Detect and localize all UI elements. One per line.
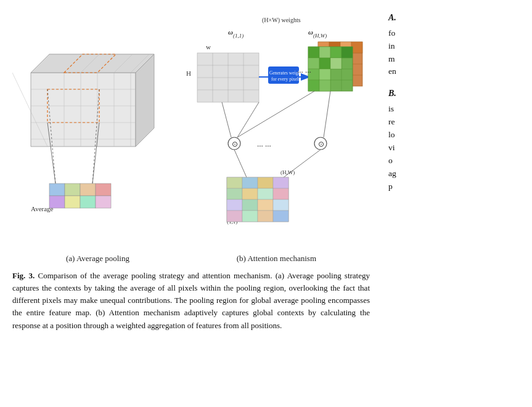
svg-text:⊙: ⊙ bbox=[318, 140, 324, 148]
svg-rect-105 bbox=[273, 188, 289, 199]
svg-rect-77 bbox=[319, 58, 330, 69]
fig-label: Fig. 3. bbox=[12, 271, 35, 280]
svg-marker-0 bbox=[31, 73, 136, 147]
svg-rect-81 bbox=[308, 80, 319, 91]
svg-text:... ...: ... ... bbox=[297, 65, 311, 75]
svg-rect-111 bbox=[242, 211, 258, 222]
svg-rect-59 bbox=[351, 42, 362, 53]
svg-rect-72 bbox=[308, 47, 319, 58]
svg-rect-108 bbox=[258, 199, 273, 211]
svg-rect-26 bbox=[65, 183, 80, 196]
svg-text:ω(H,W): ω(H,W) bbox=[308, 28, 327, 39]
svg-rect-80 bbox=[319, 69, 330, 80]
svg-rect-103 bbox=[242, 188, 258, 199]
svg-rect-102 bbox=[227, 188, 242, 199]
svg-text:ω(1,1): ω(1,1) bbox=[228, 28, 243, 39]
section-b-title: B. bbox=[388, 87, 522, 100]
avg-pool-diagram: Average bbox=[12, 23, 160, 245]
figure-area: Average (H×W) weights bbox=[12, 11, 370, 251]
svg-rect-32 bbox=[96, 196, 111, 208]
svg-rect-110 bbox=[227, 211, 242, 222]
svg-line-89 bbox=[222, 102, 231, 137]
svg-rect-27 bbox=[80, 183, 96, 196]
section-a-text: foinmen bbox=[388, 27, 522, 79]
svg-text:⊙: ⊙ bbox=[232, 140, 238, 148]
subcaption-a-text: (a) Average pooling bbox=[66, 254, 129, 263]
right-column: A. foinmen B. isrelovioagp bbox=[382, 0, 532, 407]
avg-label: Average bbox=[31, 205, 54, 212]
svg-rect-100 bbox=[258, 177, 273, 188]
svg-text:for every pixels: for every pixels bbox=[271, 76, 300, 82]
svg-rect-74 bbox=[330, 47, 342, 58]
svg-text:H: H bbox=[186, 70, 191, 77]
section-b-text: isrelovioagp bbox=[388, 103, 522, 193]
hxw-label: (H×W) weights bbox=[262, 17, 301, 24]
svg-rect-25 bbox=[49, 183, 65, 196]
svg-text:(H,W): (H,W) bbox=[280, 169, 295, 175]
svg-rect-78 bbox=[330, 58, 342, 69]
section-a-title: A. bbox=[388, 11, 522, 25]
svg-text:w: w bbox=[206, 43, 211, 50]
svg-rect-75 bbox=[342, 47, 353, 58]
svg-line-92 bbox=[324, 91, 330, 137]
subcaption-b-text: (b) Attention mechanism bbox=[237, 254, 316, 263]
fig-caption-text: Comparison of the average pooling strate… bbox=[12, 271, 370, 330]
svg-rect-107 bbox=[242, 199, 258, 211]
svg-rect-112 bbox=[258, 211, 273, 222]
svg-rect-113 bbox=[273, 211, 289, 222]
svg-rect-73 bbox=[319, 47, 330, 58]
subcaptions: (a) Average pooling (b) Attention mechan… bbox=[12, 254, 370, 264]
svg-rect-98 bbox=[227, 177, 242, 188]
attn-diagram: (H×W) weights ω(1,1) ω(H,W) w H bbox=[160, 11, 370, 245]
main-content: Average (H×W) weights bbox=[0, 0, 382, 407]
svg-rect-31 bbox=[80, 196, 96, 208]
page-container: Average (H×W) weights bbox=[0, 0, 532, 407]
svg-rect-82 bbox=[319, 80, 330, 91]
svg-rect-104 bbox=[258, 188, 273, 199]
svg-text:... ...: ... ... bbox=[257, 139, 271, 148]
svg-rect-30 bbox=[65, 196, 80, 208]
subcaption-b: (b) Attention mechanism bbox=[237, 254, 316, 264]
svg-line-90 bbox=[237, 102, 259, 137]
svg-rect-106 bbox=[227, 199, 242, 211]
fig-caption: Fig. 3. Comparison of the average poolin… bbox=[12, 270, 370, 332]
svg-marker-11 bbox=[31, 54, 154, 73]
svg-line-93 bbox=[234, 150, 247, 177]
svg-rect-101 bbox=[273, 177, 289, 188]
svg-rect-109 bbox=[273, 199, 289, 211]
svg-rect-99 bbox=[242, 177, 258, 188]
svg-rect-28 bbox=[96, 183, 111, 196]
subcaption-a: (a) Average pooling bbox=[66, 254, 129, 264]
